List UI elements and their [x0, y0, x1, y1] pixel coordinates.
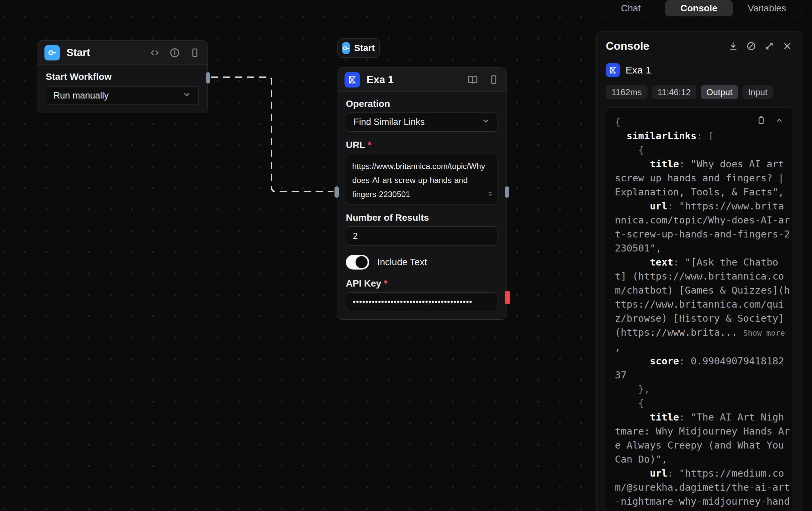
api-key-input[interactable]: •••••••••••••••••••••••••••••••••••••• — [346, 292, 498, 311]
code-segment: : — [679, 355, 691, 367]
code-segment: : — [673, 257, 685, 268]
exa-error-handle[interactable] — [505, 291, 510, 304]
timestamp-badge: 11:46:12 — [652, 85, 696, 99]
url-value: https://www.britannica.com/topic/Why-doe… — [352, 162, 488, 199]
code-segment: : — [667, 468, 679, 479]
required-marker: * — [368, 140, 372, 150]
start-trigger-icon — [47, 48, 57, 58]
number-of-results-value: 2 — [353, 231, 357, 241]
url-label: URL* — [346, 140, 498, 150]
url-textarea[interactable]: https://www.britannica.com/topic/Why-doe… — [346, 154, 498, 204]
code-segment: "[Ask the Chatbot] (https://www.britanni… — [615, 257, 790, 338]
start-chip-label: Start — [354, 43, 375, 54]
number-of-results-input[interactable]: 2 — [346, 227, 498, 245]
operation-select-value: Find Similar Links — [353, 117, 425, 127]
number-of-results-label: Number of Results — [346, 212, 498, 223]
start-node-icon — [45, 45, 60, 60]
api-key-label: API Key* — [346, 278, 498, 289]
exa-node-header[interactable]: Exa 1 — [337, 68, 506, 92]
tab-variables[interactable]: Variables — [733, 0, 801, 17]
resize-handle-icon[interactable] — [487, 187, 494, 201]
start-chip-icon — [342, 42, 350, 54]
exa-logo-icon — [609, 66, 617, 74]
code-segment: : — [679, 158, 691, 170]
tab-chat[interactable]: Chat — [597, 0, 665, 17]
include-text-label: Include Text — [377, 257, 427, 268]
start-output-handle[interactable] — [206, 72, 210, 84]
start-trigger-icon — [342, 44, 350, 52]
code-segment: title — [650, 158, 679, 170]
tab-console[interactable]: Console — [665, 0, 733, 17]
start-node-title: Start — [66, 47, 90, 59]
code-segment: text — [650, 257, 673, 268]
include-text-toggle[interactable] — [346, 255, 369, 270]
start-node-header[interactable]: Start — [37, 41, 207, 65]
code-segment: : — [667, 201, 679, 212]
chevron-down-icon — [182, 90, 191, 101]
close-icon[interactable] — [782, 41, 792, 51]
phone-icon[interactable] — [488, 74, 499, 85]
docs-book-icon[interactable] — [467, 74, 478, 85]
phone-icon[interactable] — [190, 48, 200, 58]
exa-node-icon — [345, 72, 360, 88]
code-segment: url — [650, 201, 667, 212]
output-tab[interactable]: Output — [701, 85, 738, 99]
required-marker: * — [384, 278, 387, 289]
code-icon[interactable] — [149, 48, 160, 58]
api-key-masked-value: •••••••••••••••••••••••••••••••••••••• — [353, 297, 472, 307]
show-more-link[interactable]: Show more — [743, 329, 785, 337]
info-icon[interactable] — [169, 48, 180, 58]
code-segment: score — [650, 355, 679, 367]
operation-select[interactable]: Find Similar Links — [346, 113, 498, 131]
toggle-knob — [355, 256, 368, 268]
duration-badge: 1162ms — [606, 85, 647, 99]
operation-label: Operation — [346, 98, 498, 109]
clear-console-icon[interactable] — [746, 41, 756, 51]
code-segment: : — [679, 412, 691, 423]
copy-icon[interactable] — [757, 116, 766, 125]
exa-input-handle[interactable] — [335, 186, 339, 198]
code-segment: { — [615, 116, 627, 142]
code-segment: title — [650, 412, 679, 423]
chevron-down-icon — [482, 117, 490, 128]
console-panel: Console Exa 1 1162ms 11:46:12 Outpu — [596, 31, 802, 511]
download-icon[interactable] — [728, 41, 738, 51]
panel-tab-bar: Chat Console Variables — [596, 0, 802, 18]
collapse-chevron-icon[interactable] — [775, 116, 784, 125]
exa-output-handle[interactable] — [505, 186, 509, 198]
code-segment: similarLinks — [627, 130, 697, 142]
output-code-block[interactable]: { similarLinks: [ { title: "Why does AI … — [606, 107, 792, 511]
exa-logo-icon — [348, 75, 357, 85]
expand-icon[interactable] — [764, 41, 774, 51]
input-tab[interactable]: Input — [743, 85, 773, 99]
console-panel-title: Console — [606, 40, 649, 53]
trigger-select[interactable]: Run manually — [46, 86, 199, 105]
start-chip-node[interactable]: Start — [337, 38, 380, 58]
start-workflow-label: Start Workflow — [46, 71, 199, 82]
json-output-text: { similarLinks: [ { title: "Why does AI … — [615, 115, 790, 511]
trigger-select-value: Run manually — [54, 91, 109, 101]
code-segment: url — [650, 468, 667, 479]
console-node-name: Exa 1 — [626, 64, 651, 76]
exa-node-icon — [606, 63, 620, 77]
exa-node-title: Exa 1 — [367, 74, 394, 86]
start-node[interactable]: Start Start Workflow Run manually — [37, 40, 208, 113]
exa-node[interactable]: Exa 1 Operation Find Similar Links URL* … — [337, 67, 507, 320]
